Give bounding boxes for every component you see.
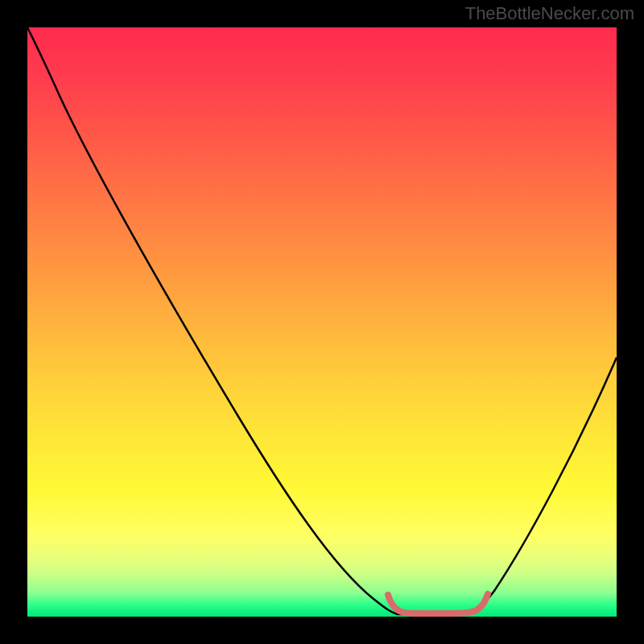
optimal-range-marker-line <box>388 594 488 613</box>
watermark-text: TheBottleNecker.com <box>465 3 634 24</box>
plot-area <box>27 27 617 617</box>
bottleneck-curve-line <box>27 27 617 614</box>
chart-svg <box>27 27 617 617</box>
